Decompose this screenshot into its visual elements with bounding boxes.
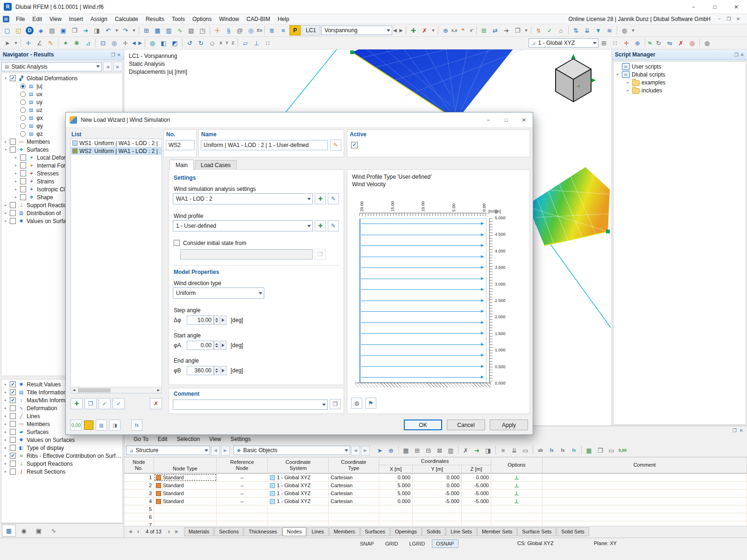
cell-z[interactable]: -5.000: [462, 482, 491, 489]
units-icon[interactable]: 0,00: [617, 446, 628, 455]
checkbox[interactable]: [10, 381, 16, 387]
view-y-icon[interactable]: Y: [224, 38, 230, 48]
verify-icon[interactable]: ✓: [113, 398, 125, 409]
checkbox[interactable]: [10, 445, 16, 451]
table-view-icon[interactable]: ▦: [152, 26, 163, 35]
comment-templates-button[interactable]: ❐: [330, 399, 341, 409]
cell-node-type[interactable]: Standard: [154, 497, 217, 505]
navigator-tree-item[interactable]: ▤ ux: [1, 90, 122, 98]
import-profile-icon[interactable]: ◨: [109, 420, 120, 431]
table-row[interactable]: 5: [124, 505, 747, 513]
menu-item[interactable]: Options: [189, 15, 215, 23]
col-y[interactable]: Y [m]: [413, 465, 462, 473]
clear-icon[interactable]: ✗: [460, 446, 471, 455]
radio-button[interactable]: [20, 84, 26, 89]
calculate-icon[interactable]: ↯: [533, 26, 544, 35]
active-checkbox[interactable]: [351, 142, 358, 148]
checkbox[interactable]: [20, 186, 26, 192]
delete-load-icon[interactable]: ✗: [419, 26, 430, 35]
wind-simulation-icon[interactable]: ≋: [604, 26, 615, 35]
magnet-snap-icon[interactable]: §: [223, 26, 234, 35]
expander-icon[interactable]: ▸: [3, 422, 8, 426]
child-close-icon[interactable]: ✕: [734, 16, 742, 21]
cell-z[interactable]: -5.000: [462, 490, 491, 497]
minimize-button[interactable]: −: [683, 0, 704, 14]
building-model-icon[interactable]: ⌂: [556, 26, 566, 35]
guideline-icon[interactable]: ∠: [34, 38, 45, 48]
expander-icon[interactable]: ▸: [3, 203, 8, 207]
block-edit-icon[interactable]: ▥: [445, 446, 456, 455]
cell-z[interactable]: 0.000: [462, 474, 491, 481]
table-tab[interactable]: Materials: [184, 527, 214, 536]
view-x-icon[interactable]: X: [218, 38, 224, 48]
status-toggle[interactable]: SNAP: [356, 539, 378, 548]
display-option-item[interactable]: ▸ ≋ Ribs - Effective Contribution on Sur…: [1, 452, 122, 460]
at-select-icon[interactable]: @: [234, 26, 245, 35]
start-angle-stepper[interactable]: [214, 341, 219, 350]
apply-check-icon[interactable]: ✓: [99, 398, 111, 409]
close-button[interactable]: ✕: [726, 0, 747, 14]
cell-reference-node[interactable]: --: [217, 490, 268, 497]
cell-y[interactable]: 0.000: [413, 474, 462, 481]
table-tab[interactable]: Solids: [422, 527, 445, 536]
table-row[interactable]: 3 Standard -- 1 - Global XYZ Cartesian 5…: [124, 490, 747, 497]
radio-button[interactable]: [20, 99, 26, 105]
menu-item[interactable]: Calculate: [111, 15, 142, 23]
cell-z[interactable]: [462, 513, 491, 521]
next-group-button[interactable]: ▶: [221, 446, 230, 455]
expander-icon[interactable]: ▸: [3, 211, 8, 215]
radio-button[interactable]: [20, 107, 26, 113]
last-table-button[interactable]: »: [173, 528, 180, 535]
table-row[interactable]: 1 Standard -- 1 - Global XYZ Cartesian 0…: [124, 474, 747, 482]
wind-direction-select[interactable]: Uniform: [173, 287, 264, 299]
cell-reference-node[interactable]: [217, 505, 268, 513]
mirror-icon[interactable]: ⇋: [664, 38, 675, 48]
edit-load-icon[interactable]: ✛: [212, 26, 223, 35]
crosshair-icon[interactable]: ✛: [621, 38, 632, 48]
menu-item[interactable]: Help: [274, 15, 293, 23]
expander-icon[interactable]: ▸: [3, 469, 8, 474]
open-model-icon[interactable]: ◱: [13, 26, 24, 35]
scroll-right-icon[interactable]: ▶: [155, 387, 162, 393]
checkbox[interactable]: [10, 469, 16, 475]
scroll-thumb[interactable]: [78, 388, 111, 392]
expander-icon[interactable]: ▾: [615, 72, 620, 77]
delete-row-icon[interactable]: ⊠: [434, 446, 445, 455]
menu-item[interactable]: Assign: [87, 15, 111, 23]
table-menu-item[interactable]: Go To: [130, 435, 152, 443]
printout-report-icon[interactable]: ▤: [47, 26, 57, 35]
end-angle-stepper[interactable]: [214, 366, 219, 375]
script-tree-item[interactable]: ▾ sc Dlubal scripts: [613, 70, 746, 78]
expander-icon[interactable]: ▸: [3, 438, 8, 442]
radio-button[interactable]: [20, 91, 26, 97]
camera-icon[interactable]: ▣: [32, 525, 46, 537]
scroll-left-icon[interactable]: ◀: [71, 387, 77, 393]
export-xlsx-icon[interactable]: ➔: [472, 446, 482, 455]
model-view-icon[interactable]: ⊞: [141, 26, 152, 35]
expander-icon[interactable]: ▸: [14, 155, 18, 160]
cell-reference-node[interactable]: --: [217, 474, 268, 481]
menu-item[interactable]: CAD-BIM: [243, 15, 274, 23]
display-settings-icon[interactable]: ◍: [702, 38, 712, 48]
rotate-model-icon[interactable]: ↻: [653, 38, 664, 48]
cell-y[interactable]: [413, 505, 462, 513]
status-toggle[interactable]: LGRID: [405, 539, 429, 548]
wind-profile-select[interactable]: 1 - User-defined: [173, 220, 313, 231]
table-row[interactable]: 2 Standard -- 1 - Global XYZ Cartesian 5…: [124, 482, 747, 490]
chart-settings-icon[interactable]: ◍: [351, 398, 362, 409]
origin-icon[interactable]: ⊕: [632, 38, 643, 48]
navigation-cube[interactable]: -Y: [556, 54, 596, 102]
menu-item[interactable]: Edit: [28, 15, 46, 23]
sync-selection-icon[interactable]: ⊕: [386, 446, 396, 455]
checkbox[interactable]: [20, 162, 26, 168]
assign-table-icon[interactable]: ▥: [96, 420, 107, 431]
insert-row-icon[interactable]: ⊟: [423, 446, 434, 455]
initial-state-checkbox[interactable]: [174, 240, 180, 246]
prev-table-tab-button[interactable]: ‹: [134, 528, 142, 535]
sync-icon[interactable]: ⇄: [490, 26, 500, 35]
status-toggle[interactable]: GRID: [381, 539, 402, 548]
step-angle-field[interactable]: 10.00: [187, 315, 214, 325]
prev-table-button[interactable]: ◀: [351, 446, 360, 455]
cell-y[interactable]: -5.000: [413, 497, 462, 505]
script-tree-item[interactable]: ▸ includes: [613, 86, 746, 94]
